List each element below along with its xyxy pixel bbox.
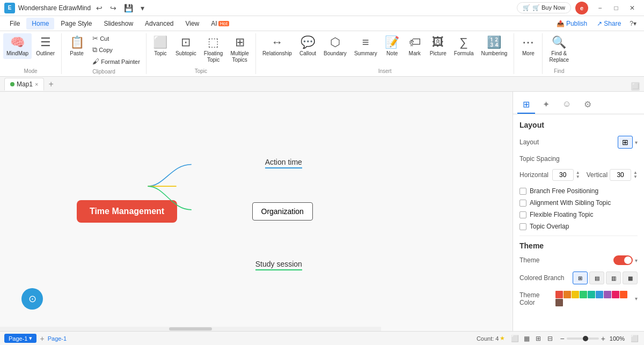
- fullscreen-button[interactable]: ⬜: [629, 333, 640, 344]
- menu-view[interactable]: View: [180, 18, 204, 30]
- panel-collapse-button[interactable]: ⬜: [631, 82, 640, 91]
- boundary-icon: ⬡: [330, 35, 340, 49]
- outliner-button[interactable]: ☰ Outliner: [33, 33, 58, 59]
- tab-map1[interactable]: Map1 ×: [4, 78, 44, 91]
- color-swatch-5[interactable]: [588, 291, 595, 298]
- branch-style-3[interactable]: ▥: [606, 271, 621, 284]
- color-swatch-8[interactable]: [612, 291, 619, 298]
- share-button[interactable]: ↗ Share: [592, 18, 625, 29]
- cart-icon: 🛒: [523, 4, 530, 11]
- floating-topic-button[interactable]: ⬚ FloatingTopic: [201, 33, 226, 65]
- theme-dropdown-arrow[interactable]: ▾: [635, 258, 638, 263]
- add-page-button[interactable]: +: [40, 334, 44, 343]
- view-btn-3[interactable]: ⊞: [533, 333, 544, 344]
- canvas[interactable]: Time Management Action time Organization…: [0, 92, 513, 331]
- color-swatch-1[interactable]: [555, 291, 563, 298]
- divider: [519, 236, 638, 236]
- horizontal-input[interactable]: [552, 169, 574, 181]
- layout-style-button[interactable]: ⊞: [618, 136, 633, 149]
- colored-branch-buttons: ⊞ ▤ ▥ ▦: [573, 271, 638, 284]
- subtopic-button[interactable]: ⊡ Subtopic: [172, 33, 200, 59]
- redo-button[interactable]: ↪: [108, 3, 119, 13]
- vertical-down[interactable]: ▼: [633, 175, 638, 179]
- theme-toggle[interactable]: [613, 255, 633, 265]
- flexible-checkbox[interactable]: [519, 211, 526, 218]
- maximize-button[interactable]: □: [609, 3, 624, 13]
- zoom-slider[interactable]: [567, 337, 599, 340]
- panel-tab-sticker[interactable]: ☺: [557, 96, 576, 114]
- more-options-button[interactable]: ▾: [138, 3, 147, 13]
- tab-add-button[interactable]: +: [45, 78, 56, 90]
- topic-button[interactable]: ⬜ Topic: [150, 33, 171, 59]
- format-painter-button[interactable]: 🖌 Format Painter: [90, 56, 143, 67]
- horizontal-down[interactable]: ▼: [576, 175, 580, 179]
- note-button[interactable]: 📝 Note: [382, 33, 403, 59]
- boundary-button[interactable]: ⬡ Boundary: [320, 33, 350, 59]
- vertical-spinner[interactable]: ▲ ▼: [633, 171, 638, 179]
- callout-button[interactable]: 💬 Callout: [296, 33, 319, 59]
- summary-button[interactable]: ≡ Summary: [351, 33, 380, 59]
- overlap-checkbox[interactable]: [519, 223, 526, 230]
- view-btn-1[interactable]: ⬜: [509, 333, 520, 344]
- buy-now-button[interactable]: 🛒 🛒 Buy Now: [517, 2, 571, 13]
- branch-style-1[interactable]: ⊞: [573, 271, 588, 284]
- user-avatar[interactable]: e: [575, 2, 588, 14]
- branch-style-2[interactable]: ▤: [589, 271, 604, 284]
- picture-button[interactable]: 🖼 Picture: [427, 33, 450, 59]
- save-button[interactable]: 💾: [122, 3, 135, 13]
- paste-button[interactable]: 📋 Paste: [65, 33, 89, 59]
- view-btn-4[interactable]: ⊟: [545, 333, 555, 344]
- panel-tab-style[interactable]: ✦: [537, 96, 555, 114]
- color-swatch-10[interactable]: [555, 299, 563, 306]
- panel-tab-settings[interactable]: ⚙: [579, 96, 597, 114]
- undo-button[interactable]: ↩: [94, 3, 105, 13]
- menu-home[interactable]: Home: [26, 18, 54, 30]
- menu-slideshow[interactable]: Slideshow: [98, 18, 138, 30]
- mindmap-button[interactable]: 🧠 MindMap: [3, 33, 32, 59]
- right-panel: ⊞ ✦ ☺ ⚙ Layout Layout ⊞ ▾ Topic Spacing …: [513, 92, 644, 331]
- formula-button[interactable]: ∑ Formula: [451, 33, 477, 59]
- cut-button[interactable]: ✂ Cut: [90, 33, 143, 43]
- minimize-button[interactable]: −: [592, 3, 608, 13]
- menu-advanced[interactable]: Advanced: [140, 18, 179, 30]
- numbering-button[interactable]: 🔢 Numbering: [478, 33, 510, 59]
- menu-file[interactable]: File: [4, 18, 25, 30]
- branch-style-4[interactable]: ▦: [623, 271, 638, 284]
- more-button[interactable]: ⋯ More: [517, 33, 539, 59]
- color-swatch-4[interactable]: [580, 291, 587, 298]
- help-button[interactable]: ?▾: [626, 18, 640, 29]
- mark-button[interactable]: 🏷 Mark: [404, 33, 426, 59]
- color-swatch-9[interactable]: [620, 291, 627, 298]
- theme-color-dropdown[interactable]: ▾: [635, 296, 638, 302]
- panel-tab-layout[interactable]: ⊞: [517, 96, 535, 114]
- vertical-input[interactable]: [610, 169, 631, 181]
- horizontal-scrollbar[interactable]: [0, 327, 381, 331]
- color-swatch-7[interactable]: [604, 291, 611, 298]
- page-tab-dropdown[interactable]: ▾: [29, 335, 32, 342]
- zoom-out-button[interactable]: −: [560, 334, 564, 343]
- subtopic-icon: ⊡: [181, 35, 191, 49]
- close-button[interactable]: ✕: [625, 3, 640, 13]
- page-tab[interactable]: Page-1 ▾: [4, 334, 36, 343]
- find-replace-button[interactable]: 🔍 Find &Replace: [546, 33, 572, 65]
- menu-page-style[interactable]: Page Style: [55, 18, 97, 30]
- color-swatch-2[interactable]: [564, 291, 571, 298]
- relationship-button[interactable]: ↔ Relationship: [259, 33, 295, 59]
- branch-free-checkbox[interactable]: [519, 188, 526, 195]
- layout-dropdown-arrow[interactable]: ▾: [635, 140, 638, 145]
- multiple-topics-button[interactable]: ⊞ MultipleTopics: [227, 33, 252, 65]
- topic-group-label: Topic: [195, 66, 207, 74]
- tab-close-button[interactable]: ×: [35, 81, 38, 87]
- toggle-track[interactable]: [613, 255, 633, 265]
- view-btn-2[interactable]: ▦: [521, 333, 532, 344]
- alignment-checkbox[interactable]: [519, 200, 526, 207]
- publish-button[interactable]: 📤 Publish: [552, 18, 591, 29]
- color-swatch-6[interactable]: [596, 291, 603, 298]
- color-swatch-3[interactable]: [572, 291, 579, 298]
- horizontal-spinner[interactable]: ▲ ▼: [576, 171, 580, 179]
- copy-button[interactable]: ⧉ Copy: [90, 45, 143, 55]
- menu-ai[interactable]: AI Hot: [206, 18, 234, 30]
- floating-action-button[interactable]: ⊙: [21, 288, 43, 310]
- zoom-in-button[interactable]: +: [601, 334, 605, 343]
- main-area: Time Management Action time Organization…: [0, 92, 644, 331]
